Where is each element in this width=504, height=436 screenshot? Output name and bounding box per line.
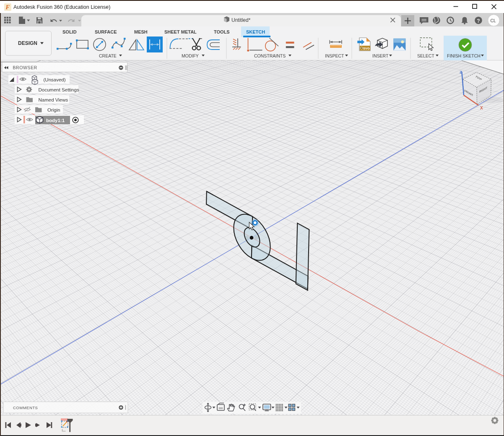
svg-text:SELECT: SELECT xyxy=(417,53,434,58)
svg-text:CREATE: CREATE xyxy=(99,53,117,58)
svg-text:X: X xyxy=(480,106,483,110)
svg-text:F: F xyxy=(5,4,10,10)
svg-text:SVG: SVG xyxy=(363,47,370,50)
svg-text:Z: Z xyxy=(460,70,462,74)
svg-text:CONSTRAINTS: CONSTRAINTS xyxy=(254,53,286,58)
svg-text:TOOLS: TOOLS xyxy=(214,29,230,34)
svg-text:SURFACE: SURFACE xyxy=(95,29,117,34)
svg-text:SKETCH: SKETCH xyxy=(246,29,265,34)
svg-text:Origin: Origin xyxy=(47,107,60,112)
svg-text:Untitled*: Untitled* xyxy=(231,17,251,23)
svg-text:body1:1: body1:1 xyxy=(46,118,65,123)
svg-text:CL: CL xyxy=(491,18,496,23)
svg-text:SHEET METAL: SHEET METAL xyxy=(164,29,197,34)
svg-text:Document Settings: Document Settings xyxy=(39,87,79,92)
svg-text:DESIGN: DESIGN xyxy=(18,40,37,46)
svg-text:SOLID: SOLID xyxy=(62,29,77,34)
svg-text:(Unsaved): (Unsaved) xyxy=(44,77,66,82)
svg-text:MODIFY: MODIFY xyxy=(182,53,199,58)
svg-text:COMMENTS: COMMENTS xyxy=(13,405,38,410)
svg-text:Named Views: Named Views xyxy=(39,97,68,102)
svg-text:Autodesk Fusion 360 (Education: Autodesk Fusion 360 (Education License) xyxy=(13,4,110,10)
svg-text:BROWSER: BROWSER xyxy=(13,65,37,70)
svg-text:FINISH SKETCH: FINISH SKETCH xyxy=(447,53,481,58)
svg-text:INSPECT: INSPECT xyxy=(325,53,344,58)
svg-text:?: ? xyxy=(477,18,480,24)
svg-text:INSERT: INSERT xyxy=(372,53,389,58)
svg-text:MESH: MESH xyxy=(134,29,148,34)
